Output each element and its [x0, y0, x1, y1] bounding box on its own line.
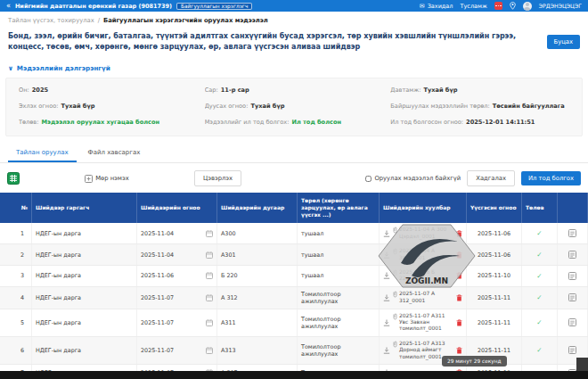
- session-timer: 29 минут 29 секунд: [442, 356, 507, 367]
- mail-label: Захидал: [428, 3, 453, 10]
- decision-date: 2025-11-04: [141, 251, 174, 259]
- decision-date-cell: 2025-11-07: [137, 287, 217, 309]
- download-icon[interactable]: [383, 294, 390, 301]
- decision-type-cell: Томилолтоор ажиллуулах: [298, 287, 380, 309]
- calendar-icon[interactable]: [206, 272, 213, 279]
- status-cell: ✓: [522, 266, 558, 286]
- decision-date-cell: 2025-11-04: [137, 223, 217, 243]
- mail-link[interactable]: ✉ Захидал: [420, 3, 453, 10]
- download-icon[interactable]: [383, 230, 390, 237]
- status-check-icon: ✓: [536, 293, 542, 301]
- column-header: [558, 193, 588, 223]
- no-data-checkbox[interactable]: [365, 176, 372, 182]
- actions-cell: [558, 266, 588, 286]
- created-date-cell: 2025-11-11: [467, 309, 522, 336]
- detail-icon[interactable]: [568, 346, 576, 354]
- detail-icon[interactable]: [568, 251, 576, 259]
- publish-button[interactable]: Ил тод болгох: [521, 171, 581, 185]
- field-info-type: Байршуулах мэдээллийн төрөл:Төсвийн байг…: [390, 103, 569, 110]
- column-header: Шийдвэрийн хуулбар: [380, 193, 467, 223]
- top-header-bar: « Нийгмийн даатгалын ерөнхий газар (9081…: [0, 0, 588, 12]
- column-header: Шийдвэрийн огноо: [137, 193, 217, 223]
- detail-icon[interactable]: [568, 272, 576, 280]
- avatar[interactable]: [523, 2, 532, 11]
- field-year: Он:2025: [19, 87, 198, 94]
- table-row[interactable]: 5 НДЕГ-ын дарга 2025-11-07 А311 Томилолт…: [0, 309, 588, 337]
- detail-icon[interactable]: [568, 293, 576, 301]
- decision-maker-cell: НДЕГ-ын дарга: [32, 244, 137, 265]
- tab-bar: Тайлан оруулах Файл хавсаргах: [0, 140, 588, 163]
- calendar-icon[interactable]: [206, 230, 213, 237]
- download-icon[interactable]: [383, 251, 390, 259]
- tab-file-attach[interactable]: Файл хавсаргах: [80, 145, 149, 162]
- delete-icon[interactable]: [456, 347, 462, 354]
- decision-type-cell: Томилолтоор ажиллуулах: [298, 337, 380, 364]
- save-button[interactable]: Хадгалах: [467, 170, 515, 186]
- paperclip-icon: [393, 227, 397, 234]
- created-date-cell: 2025-11-06: [467, 244, 522, 265]
- calendar-icon[interactable]: [206, 347, 213, 354]
- breadcrumb-separator: /: [98, 17, 100, 24]
- paperclip-icon: [393, 269, 397, 276]
- download-icon[interactable]: [383, 272, 390, 279]
- decision-maker-cell: НДЕГ-ын дарга: [32, 266, 137, 286]
- corner-widget[interactable]: [576, 358, 588, 371]
- add-row-button[interactable]: Мөр нэмэх: [85, 175, 129, 183]
- breadcrumb-parent[interactable]: Тайлан үүсгэх, тохируулах: [8, 17, 94, 24]
- attachment-name[interactable]: 2025-11-06 Б 220_0001: [399, 269, 453, 283]
- detail-icon[interactable]: [568, 229, 576, 237]
- help-link[interactable]: Тусламж: [461, 3, 487, 10]
- attachment-cell: 2025-11-04 А 300 Цэрдэл_0001: [380, 223, 467, 243]
- status-check-icon: ✓: [536, 229, 542, 237]
- table-row[interactable]: 3 НДЕГ-ын дарга 2025-11-06 Б 220 тушаал …: [0, 266, 588, 287]
- row-number: 4: [0, 287, 32, 309]
- table-row[interactable]: 1 НДЕГ-ын дарга 2025-11-04 А300 тушаал 2…: [0, 223, 588, 244]
- chevron-down-icon: ∨: [8, 64, 13, 72]
- clear-button[interactable]: Цэвэрлэх: [194, 170, 241, 186]
- envelope-icon: ✉: [420, 3, 425, 10]
- decision-type-cell: тушаал: [298, 223, 380, 243]
- toolbar: Мөр нэмэх Цэвэрлэх Оруулах мэдээлэл байх…: [0, 163, 588, 193]
- back-button[interactable]: Буцах: [547, 35, 581, 49]
- attachment-name[interactable]: 2025-11-04 А 300 Цэрдэл_0001: [399, 227, 453, 240]
- notification-icon[interactable]: [494, 2, 502, 10]
- attachment-name[interactable]: 2025-11-04 А 301_0001: [399, 248, 453, 261]
- delete-icon[interactable]: [456, 319, 462, 326]
- location-pin-icon[interactable]: [510, 2, 516, 10]
- excel-export-icon[interactable]: [7, 172, 20, 185]
- field-publish-status: Мэдээллийг ил тод болгох:Ил тод болсон: [205, 119, 384, 126]
- tab-report-input[interactable]: Тайлан оруулах: [8, 145, 77, 162]
- page: « Нийгмийн даатгалын ерөнхий газар (9081…: [0, 0, 588, 379]
- decision-maker-cell: НДЕГ-ын дарга: [32, 337, 137, 364]
- column-header: Төрөл (хөрөнгө зарцуулах, өр авлага үүсг…: [298, 193, 380, 223]
- calendar-icon[interactable]: [206, 294, 213, 301]
- decision-maker-cell: НДЕГ-ын дарга: [32, 223, 137, 243]
- field-end-date: Дуусах огноо:Тухай бүр: [205, 103, 384, 110]
- status-cell: ✓: [522, 309, 558, 336]
- details-section-toggle[interactable]: ∨ Мэдээллийн дэлгэрэнгүй: [0, 57, 588, 78]
- field-published-date: Ил тод болгосон огноо:2025-12-01 14:11:5…: [390, 119, 569, 126]
- table-row[interactable]: 4 НДЕГ-ын дарга 2025-11-07 А 312 Томилол…: [0, 287, 588, 309]
- download-icon[interactable]: [383, 347, 390, 354]
- download-icon[interactable]: [383, 319, 390, 326]
- table-row[interactable]: 2 НДЕГ-ын дарга 2025-11-04 А301 тушаал 2…: [0, 244, 588, 266]
- details-section-title: Мэдээллийн дэлгэрэнгүй: [17, 64, 110, 72]
- detail-icon[interactable]: [568, 318, 576, 326]
- status-cell: ✓: [522, 287, 558, 309]
- breadcrumb: Тайлан үүсгэх, тохируулах / Байгууллагын…: [0, 12, 588, 28]
- calendar-icon[interactable]: [206, 251, 213, 259]
- delete-icon[interactable]: [456, 294, 462, 301]
- delete-icon[interactable]: [456, 272, 462, 279]
- no-data-checkbox-label[interactable]: Оруулах мэдээлэл байхгүй: [365, 175, 461, 182]
- sidebar-collapse-icon[interactable]: «: [6, 3, 11, 10]
- calendar-icon[interactable]: [206, 319, 213, 326]
- status-check-icon: ✓: [536, 318, 542, 326]
- attachment-name[interactable]: 2025-11-07 А 312_0001: [399, 291, 453, 304]
- user-name[interactable]: ЭРДЭНЭЦЭЦЭГ: [539, 3, 582, 9]
- delete-icon[interactable]: [456, 251, 462, 259]
- delete-icon[interactable]: [456, 230, 462, 237]
- attachment-name[interactable]: 2025-11-07 А311 Увс Завхан томилолт_0001: [399, 313, 453, 333]
- paperclip-icon: [393, 313, 397, 320]
- decision-number-cell: А311: [217, 309, 298, 336]
- paperclip-icon: [393, 341, 397, 348]
